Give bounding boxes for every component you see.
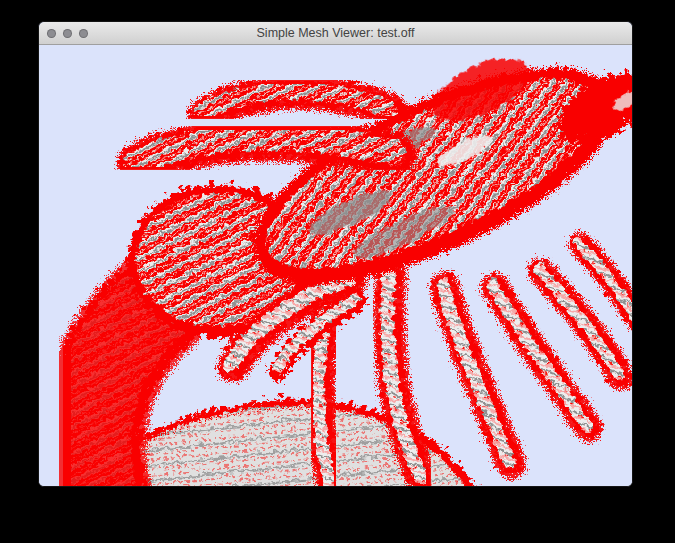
- mesh-leg: [385, 273, 419, 475]
- titlebar[interactable]: Simple Mesh Viewer: test.off: [39, 22, 632, 45]
- desktop-background: Simple Mesh Viewer: test.off: [0, 0, 675, 543]
- mesh-upper-antenna-arm: [201, 89, 387, 111]
- mesh-viewport[interactable]: [39, 45, 633, 487]
- app-window: Simple Mesh Viewer: test.off: [38, 21, 633, 487]
- window-title: Simple Mesh Viewer: test.off: [39, 22, 632, 44]
- mesh-render: [39, 45, 633, 487]
- mesh-lower-antenna-arm: [135, 136, 391, 161]
